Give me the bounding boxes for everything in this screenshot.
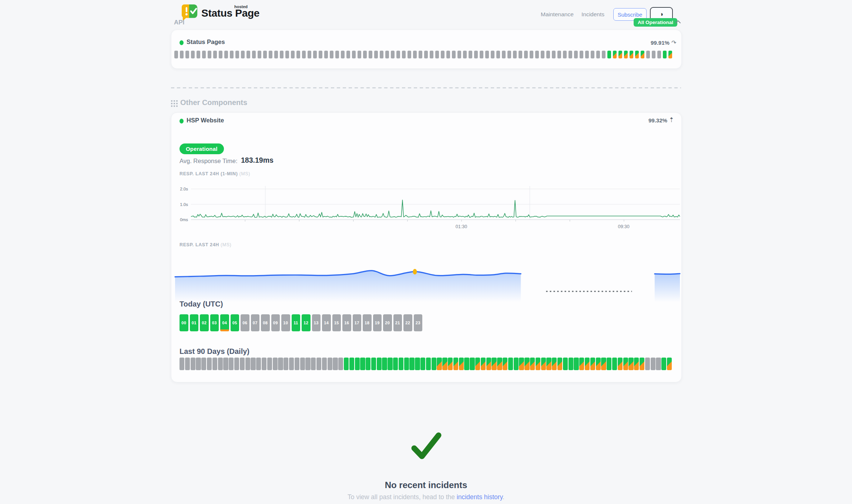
other-components-title: Other Components [180, 98, 247, 107]
chart2-label: RESP. LAST 24H (MS) [180, 242, 231, 247]
uptime-percentage: 99.32% [648, 117, 667, 124]
uptime-bar-g [252, 51, 256, 58]
section-divider [171, 87, 681, 88]
uptime-bar-g [596, 51, 600, 58]
uptime-bar-d [453, 358, 458, 370]
uptime-bar-g [413, 51, 417, 58]
status-badge: All Operational [634, 18, 677, 27]
uptime-bar-g [213, 51, 217, 58]
uptime-bar-g [305, 358, 310, 370]
uptime-bar-g [230, 51, 234, 58]
hour-block-14: 14 [322, 314, 331, 331]
uptime-bar-g [267, 358, 272, 370]
uptime-bar-d [552, 358, 557, 370]
uptime-bar-u [404, 358, 409, 370]
uptime-bar-g [346, 51, 350, 58]
uptime-bar-g [180, 358, 184, 370]
uptime-bar-u [360, 358, 365, 370]
uptime-bar-g [302, 51, 306, 58]
uptime-bar-g [430, 51, 433, 58]
uptime-bar-g [380, 51, 383, 58]
uptime-bar-g [519, 51, 522, 58]
uptime-bar-g [374, 51, 378, 58]
uptime-bar-g [245, 358, 250, 370]
hour-block-20: 20 [383, 314, 392, 331]
uptime-bar-d [601, 358, 606, 370]
uptime-bar-g [358, 51, 361, 58]
uptime-bar-g [212, 358, 217, 370]
uptime-bar-g [313, 51, 317, 58]
uptime-bar-g [441, 51, 445, 58]
hour-block-05: 05 [231, 314, 239, 331]
nav-maintenance[interactable]: Maintenance [541, 11, 574, 18]
hour-block-23: 23 [414, 314, 423, 331]
uptime-bar-g [602, 51, 606, 58]
uptime-bar-g [278, 358, 283, 370]
uptime-bar-d [492, 358, 496, 370]
uptime-bar-g [289, 358, 294, 370]
uptime-bar-g [308, 51, 311, 58]
uptime-bar-u [426, 358, 431, 370]
hour-block-03: 03 [210, 314, 219, 331]
uptime-bar-u [366, 358, 370, 370]
uptime-bar-g [563, 51, 567, 58]
incidents-history-link[interactable]: incidents history [457, 493, 503, 501]
uptime-bar-g [333, 358, 338, 370]
avg-response-label: Avg. Response Time: [180, 158, 238, 165]
status-pages-card: Status Pages 99.91% ↷ [171, 30, 682, 69]
chevron-up-icon[interactable] [675, 20, 681, 24]
uptime-bar-u [663, 51, 667, 58]
uptime-bar-g [322, 358, 327, 370]
uptime-bar-u [508, 358, 513, 370]
uptime-bar-d [486, 358, 491, 370]
hour-block-11: 11 [292, 314, 301, 331]
uptime-bar-g [469, 51, 472, 58]
uptime-bar-g [541, 51, 544, 58]
uptime-bar-u [371, 358, 376, 370]
uptime-bar-d [618, 51, 622, 58]
hour-block-08: 08 [261, 314, 270, 331]
uptime-bar-g [585, 51, 589, 58]
nav-incidents[interactable]: Incidents [581, 11, 604, 18]
incidents-history-text: To view all past incidents, head to the … [0, 493, 852, 501]
uptime-bar-g [300, 358, 305, 370]
svg-text:1.0s: 1.0s [180, 202, 188, 207]
brand-superscript: hosted [234, 4, 248, 9]
check-icon [410, 432, 443, 461]
uptime-bar-d [524, 358, 529, 370]
uptime-bar-d [628, 358, 633, 370]
uptime-bar-g [229, 358, 234, 370]
uptime-bar-u [607, 358, 611, 370]
uptime-bar-g [574, 51, 578, 58]
uptime-bar-g [258, 51, 261, 58]
hour-block-00: 00 [180, 314, 188, 331]
today-hours: 0001020304050607080910111213141516171819… [180, 314, 422, 331]
operational-dot [180, 119, 184, 124]
uptime-bar-g [246, 51, 250, 58]
uptime-bar-g [296, 51, 300, 58]
grid-icon [171, 100, 178, 107]
uptime-bar-g [185, 358, 190, 370]
uptime-bar-d [475, 358, 480, 370]
uptime-bar-d [635, 51, 639, 58]
hour-block-18: 18 [363, 314, 372, 331]
uptime-bar-g [513, 51, 517, 58]
uptime-bar-g [262, 358, 266, 370]
uptime-bar-d [459, 358, 464, 370]
uptime-bar-g [319, 51, 322, 58]
uptime-bar-d [613, 51, 617, 58]
uptime-bar-d [536, 358, 540, 370]
uptime-bar-g [219, 51, 222, 58]
svg-text:01:30: 01:30 [456, 224, 467, 229]
operational-dot [180, 40, 184, 45]
uptime-bar-g [328, 358, 332, 370]
trend-up-icon: ⇡ [669, 116, 674, 124]
resp-1min-chart: 0ms1.0s2.0s01:3009:30 [171, 183, 681, 235]
refresh-icon[interactable]: ↷ [671, 39, 676, 46]
hour-block-01: 01 [190, 314, 199, 331]
uptime-bar-u [420, 358, 425, 370]
status-pill: Operational [180, 143, 224, 154]
uptime-bar-g [201, 358, 206, 370]
uptime-bar-g [396, 51, 400, 58]
uptime-bar-d [623, 358, 628, 370]
